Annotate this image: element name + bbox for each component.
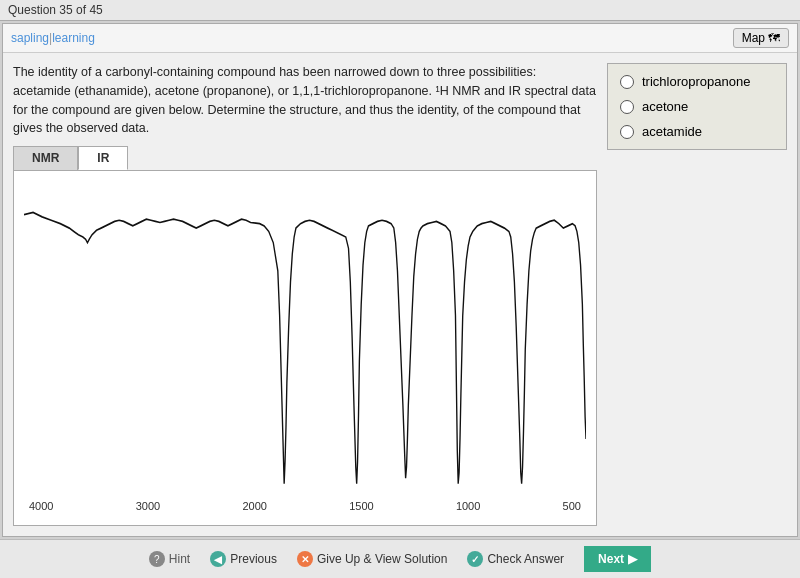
next-label: Next xyxy=(598,552,624,566)
option-trichloropropanone[interactable]: trichloropropanone xyxy=(620,74,774,89)
option-acetamide[interactable]: acetamide xyxy=(620,124,774,139)
title-bar: Question 35 of 45 xyxy=(0,0,800,21)
question-text: The identity of a carbonyl-containing co… xyxy=(13,63,597,138)
x-label-1000: 1000 xyxy=(456,500,480,512)
bottom-bar: ? Hint ◀ Previous ✕ Give Up & View Solut… xyxy=(0,539,800,578)
sapling-logo: sapling|learning xyxy=(11,31,95,45)
option-label-acetamide: acetamide xyxy=(642,124,702,139)
give-up-icon: ✕ xyxy=(297,551,313,567)
left-panel: The identity of a carbonyl-containing co… xyxy=(13,63,597,526)
previous-label: Previous xyxy=(230,552,277,566)
question-counter: Question 35 of 45 xyxy=(8,3,103,17)
check-answer-label: Check Answer xyxy=(487,552,564,566)
content-area: The identity of a carbonyl-containing co… xyxy=(3,53,797,536)
x-label-2000: 2000 xyxy=(242,500,266,512)
map-icon: 🗺 xyxy=(768,31,780,45)
hint-label: Hint xyxy=(169,552,190,566)
tab-ir[interactable]: IR xyxy=(78,146,128,170)
next-arrow-icon: ▶ xyxy=(628,552,637,566)
ir-chart-area: 4000 3000 2000 1500 1000 500 xyxy=(13,170,597,526)
x-axis-labels: 4000 3000 2000 1500 1000 500 xyxy=(24,498,586,512)
tab-nmr[interactable]: NMR xyxy=(13,146,78,170)
right-panel: trichloropropanone acetone acetamide xyxy=(607,63,787,526)
ir-spectrum-svg xyxy=(24,181,586,495)
svg-rect-0 xyxy=(24,181,586,495)
next-button[interactable]: Next ▶ xyxy=(584,546,651,572)
check-answer-icon: ✓ xyxy=(467,551,483,567)
give-up-label: Give Up & View Solution xyxy=(317,552,448,566)
tabs-container: NMR IR 4000 3000 2000 xyxy=(13,146,597,526)
radio-trichloropropanone[interactable] xyxy=(620,75,634,89)
map-button[interactable]: Map 🗺 xyxy=(733,28,789,48)
previous-icon: ◀ xyxy=(210,551,226,567)
give-up-button[interactable]: ✕ Give Up & View Solution xyxy=(297,551,448,567)
previous-button[interactable]: ◀ Previous xyxy=(210,551,277,567)
x-label-3000: 3000 xyxy=(136,500,160,512)
option-label-trichloropropanone: trichloropropanone xyxy=(642,74,750,89)
x-label-500: 500 xyxy=(563,500,581,512)
option-label-acetone: acetone xyxy=(642,99,688,114)
answer-options-box: trichloropropanone acetone acetamide xyxy=(607,63,787,150)
header-bar: sapling|learning Map 🗺 xyxy=(3,24,797,53)
option-acetone[interactable]: acetone xyxy=(620,99,774,114)
check-answer-button[interactable]: ✓ Check Answer xyxy=(467,551,564,567)
tabs-header: NMR IR xyxy=(13,146,597,170)
radio-acetone[interactable] xyxy=(620,100,634,114)
x-label-1500: 1500 xyxy=(349,500,373,512)
hint-icon: ? xyxy=(149,551,165,567)
hint-area[interactable]: ? Hint xyxy=(149,551,190,567)
main-area: sapling|learning Map 🗺 The identity of a… xyxy=(2,23,798,537)
x-label-4000: 4000 xyxy=(29,500,53,512)
radio-acetamide[interactable] xyxy=(620,125,634,139)
